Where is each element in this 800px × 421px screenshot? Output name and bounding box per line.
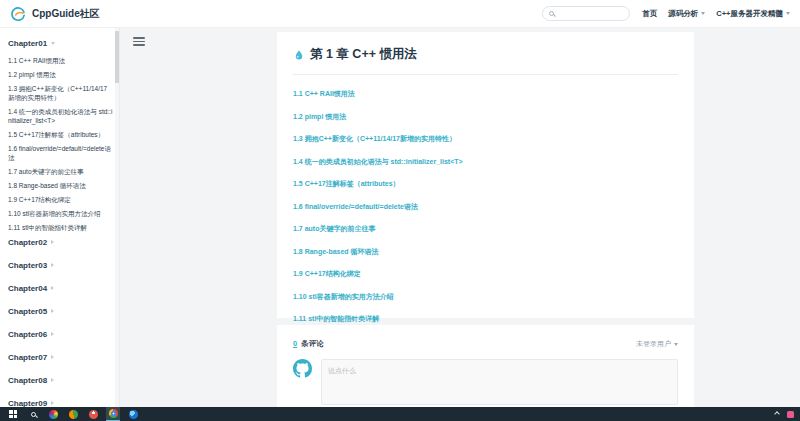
search-icon	[31, 412, 36, 417]
doc-link-row: 1.11 stl中的智能指针类详解	[293, 312, 678, 323]
sidebar-chapter-label: Chapter06	[8, 330, 47, 339]
chevron-down-icon	[786, 12, 790, 15]
doc-link-list: 1.1 C++ RAII惯用法 1.2 pimpl 惯用法 1.3 拥抱C++新…	[293, 87, 678, 323]
doc-link-row: 1.8 Range-based 循环语法	[293, 245, 678, 256]
sidebar-item[interactable]: 1.3 拥抱C++新变化（C++11/14/17新增的实用特性）	[8, 84, 113, 102]
contacts-app-button[interactable]	[86, 407, 100, 421]
doc-link[interactable]: 1.2 pimpl 惯用法	[293, 113, 346, 120]
sidebar-item[interactable]: 1.4 统一的类成员初始化语法与 std::initializer_list<T…	[8, 107, 113, 125]
doc-link[interactable]: 1.7 auto关键字的前尘往事	[293, 225, 375, 232]
sidebar: Chapter01 1.1 C++ RAII惯用法 1.2 pimpl 惯用法 …	[0, 28, 120, 421]
sidebar-item[interactable]: 1.10 stl容器新增的实用方法介绍	[8, 209, 113, 218]
sidebar-scrollbar-track[interactable]	[115, 28, 119, 421]
search-input[interactable]	[558, 9, 623, 18]
chevron-right-icon	[51, 263, 54, 267]
taskbar-search-button[interactable]	[26, 407, 40, 421]
sidebar-chapter[interactable]: Chapter07	[8, 352, 113, 362]
doc-link[interactable]: 1.3 拥抱C++新变化（C++11/14/17新增的实用特性）	[293, 135, 456, 142]
sidebar-item[interactable]: 1.8 Range-based 循环语法	[8, 181, 113, 190]
doc-link-row: 1.9 C++17结构化绑定	[293, 267, 678, 278]
chrome-button[interactable]	[106, 407, 120, 421]
content-card: 第 1 章 C++ 惯用法 1.1 C++ RAII惯用法 1.2 pimpl …	[277, 32, 694, 318]
doc-link-row: 1.5 C++17注解标签（attributes）	[293, 177, 678, 188]
comment-count-number[interactable]: 0	[293, 339, 297, 348]
sidebar-item[interactable]: 1.11 stl中的智能指针类详解	[8, 223, 113, 232]
sidebar-chapter-label: Chapter01	[8, 39, 47, 48]
doc-link[interactable]: 1.8 Range-based 循环语法	[293, 248, 379, 255]
nav-item[interactable]: 首页	[642, 9, 657, 19]
chevron-down-icon	[674, 343, 678, 346]
sidebar-item[interactable]: 1.1 C++ RAII惯用法	[8, 56, 113, 65]
comment-input[interactable]	[321, 359, 678, 405]
windows-start-button[interactable]	[6, 407, 20, 421]
chevron-down-icon	[51, 42, 55, 45]
sidebar-chapter[interactable]: Chapter05	[8, 306, 113, 316]
sidebar-chapter-label: Chapter08	[8, 376, 47, 385]
color-wheel-app-button[interactable]	[46, 407, 60, 421]
hamburger-menu-icon[interactable]	[133, 37, 145, 46]
doc-link[interactable]: 1.4 统一的类成员初始化语法与 std::initializer_list<T…	[293, 158, 463, 165]
doc-link[interactable]: 1.6 final/override/=default/=delete语法	[293, 203, 418, 210]
sidebar-scrollbar-thumb[interactable]	[115, 31, 119, 83]
github-octocat-icon	[293, 359, 312, 378]
browser-app-button[interactable]	[66, 407, 80, 421]
doc-link[interactable]: 1.9 C++17结构化绑定	[293, 270, 361, 277]
doc-link-row: 1.10 stl容器新增的实用方法介绍	[293, 290, 678, 301]
sidebar-chapter-label: Chapter05	[8, 307, 47, 316]
brand-home-link[interactable]: CppGuide社区	[10, 6, 100, 22]
sidebar-chapter[interactable]: Chapter08	[8, 375, 113, 385]
site-title: CppGuide社区	[32, 7, 100, 21]
login-status-label: 未登录用户	[636, 339, 671, 349]
nav-item-label: C++服务器开发精髓	[716, 9, 783, 19]
search-icon	[549, 11, 554, 16]
login-status[interactable]: 未登录用户	[636, 339, 678, 349]
sidebar-chapter[interactable]: Chapter02	[8, 237, 113, 247]
doc-link[interactable]: 1.5 C++17注解标签（attributes）	[293, 180, 400, 187]
sidebar-chapter-label: Chapter07	[8, 353, 47, 362]
doc-link-row: 1.6 final/override/=default/=delete语法	[293, 200, 678, 211]
chevron-right-icon	[51, 240, 54, 244]
sidebar-chapter[interactable]: Chapter04	[8, 283, 113, 293]
sidebar-chapter-label: Chapter03	[8, 261, 47, 270]
blue-app-button[interactable]	[126, 407, 140, 421]
cppguide-logo-icon	[10, 6, 26, 22]
taskbar-left	[6, 407, 140, 421]
page-title: 第 1 章 C++ 惯用法	[293, 46, 678, 75]
doc-link-row: 1.2 pimpl 惯用法	[293, 110, 678, 121]
sidebar-item[interactable]: 1.2 pimpl 惯用法	[8, 70, 113, 79]
chevron-right-icon	[51, 355, 54, 359]
site-header: CppGuide社区 首页 源码分析 C++服务器开发精髓	[0, 0, 800, 28]
nav-item[interactable]: 源码分析	[668, 9, 705, 19]
taskbar-tray	[775, 407, 794, 421]
show-hidden-icons-chevron[interactable]	[774, 411, 780, 417]
doc-link-row: 1.1 C++ RAII惯用法	[293, 87, 678, 98]
comments-header: 0 条评论 未登录用户	[293, 339, 678, 349]
doc-link[interactable]: 1.11 stl中的智能指针类详解	[293, 315, 379, 322]
chevron-right-icon	[51, 332, 54, 336]
comment-editor	[293, 359, 678, 405]
comment-count-label: 条评论	[301, 339, 324, 348]
page-title-text: 第 1 章 C++ 惯用法	[310, 46, 417, 63]
chrome-icon	[109, 409, 118, 418]
sidebar-item[interactable]: 1.9 C++17结构化绑定	[8, 195, 113, 204]
sidebar-item[interactable]: 1.7 auto关键字的前尘往事	[8, 167, 113, 176]
dual-color-browser-icon	[69, 410, 78, 419]
search-box[interactable]	[542, 6, 630, 21]
sidebar-chapter[interactable]: Chapter03	[8, 260, 113, 270]
nav-item-label: 源码分析	[668, 9, 698, 19]
doc-link[interactable]: 1.10 stl容器新增的实用方法介绍	[293, 293, 394, 300]
nav-item[interactable]: C++服务器开发精髓	[716, 9, 790, 19]
chevron-down-icon	[701, 12, 705, 15]
chevron-right-icon	[51, 378, 54, 382]
blue-globe-app-icon	[129, 410, 138, 419]
collapsed-chapters: Chapter02 Chapter03 Chapter04 Chapter05 …	[8, 237, 113, 408]
sidebar-item[interactable]: 1.5 C++17注解标签（attributes）	[8, 130, 113, 139]
sidebar-chapter[interactable]: Chapter06	[8, 329, 113, 339]
top-nav: 首页 源码分析 C++服务器开发精髓	[642, 9, 790, 19]
color-wheel-app-icon	[49, 410, 58, 419]
doc-link[interactable]: 1.1 C++ RAII惯用法	[293, 90, 355, 97]
sidebar-chapter-open[interactable]: Chapter01	[8, 38, 113, 48]
comment-count: 0 条评论	[293, 339, 324, 349]
pink-tray-app-icon[interactable]	[787, 411, 794, 418]
sidebar-item[interactable]: 1.6 final/override/=default/=delete语法	[8, 144, 113, 162]
